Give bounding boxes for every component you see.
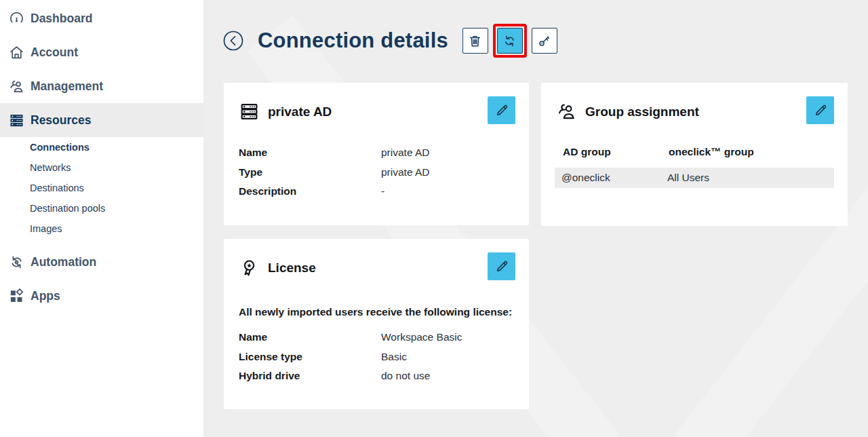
page-header: Connection details xyxy=(203,0,868,59)
table-cell: All Users xyxy=(667,172,709,184)
automation-icon xyxy=(8,254,24,270)
toolbar xyxy=(462,24,557,58)
page-title: Connection details xyxy=(258,28,448,53)
field-label: Name xyxy=(239,331,381,343)
column-header: AD group xyxy=(563,146,669,158)
table-row: @oneclick All Users xyxy=(555,168,834,188)
card-header: private AD xyxy=(239,98,514,126)
table-cell: @oneclick xyxy=(561,172,667,184)
sidebar-subitem-images[interactable]: Images xyxy=(0,218,203,239)
sidebar-item-automation[interactable]: Automation xyxy=(0,245,203,279)
delete-button[interactable] xyxy=(462,28,488,54)
field-value: private AD xyxy=(381,166,430,178)
group-table: AD group oneclick™ group @oneclick All U… xyxy=(556,146,833,188)
sidebar-item-resources[interactable]: Resources xyxy=(0,103,203,137)
gauge-icon xyxy=(8,10,24,26)
sidebar-item-label: Resources xyxy=(31,113,92,128)
users-icon xyxy=(556,102,576,122)
card-header: License xyxy=(239,254,514,282)
field-row: Description - xyxy=(239,185,514,197)
sidebar-subitem-destinations[interactable]: Destinations xyxy=(0,178,203,198)
field-label: Type xyxy=(239,166,381,178)
sync-button[interactable] xyxy=(497,28,523,54)
sidebar-subitem-networks[interactable]: Networks xyxy=(0,157,203,178)
key-icon xyxy=(537,34,551,48)
users-icon xyxy=(8,78,24,94)
key-button[interactable] xyxy=(532,28,557,54)
field-row: License type Basic xyxy=(239,351,514,363)
resources-submenu: Connections Networks Destinations Destin… xyxy=(0,137,203,239)
sidebar: Dashboard Account Management xyxy=(0,0,203,437)
connection-card: private AD Name private AD Type private xyxy=(224,83,529,225)
edit-group-assignment-button[interactable] xyxy=(806,96,834,124)
cards-grid: private AD Name private AD Type private xyxy=(203,83,868,409)
table-header-row: AD group oneclick™ group xyxy=(556,146,833,158)
sidebar-item-label: Automation xyxy=(31,255,96,269)
sidebar-item-account[interactable]: Account xyxy=(0,35,203,69)
sidebar-item-label: Dashboard xyxy=(31,12,92,26)
field-row: Type private AD xyxy=(239,166,514,178)
field-value: Basic xyxy=(381,351,407,363)
license-card: License All newly imported users receive… xyxy=(224,239,529,409)
field-value: - xyxy=(381,185,384,197)
field-label: Description xyxy=(239,185,381,197)
sync-icon xyxy=(502,34,517,48)
apps-icon xyxy=(8,288,24,304)
field-value: Workspace Basic xyxy=(381,331,462,343)
servers-icon xyxy=(239,102,259,122)
license-intro-text: All newly imported users receive the fol… xyxy=(239,306,514,318)
highlight-box xyxy=(493,24,527,58)
card-header: Group assignment xyxy=(556,98,833,126)
chevron-left-circle-icon xyxy=(222,29,245,52)
sidebar-item-apps[interactable]: Apps xyxy=(0,279,203,313)
pencil-icon xyxy=(494,103,509,118)
subitem-label: Destinations xyxy=(30,183,84,193)
column-header: oneclick™ group xyxy=(669,146,754,158)
servers-icon xyxy=(8,112,24,128)
trash-icon xyxy=(468,34,482,48)
field-value: private AD xyxy=(381,147,430,159)
card-title: License xyxy=(268,261,316,276)
field-label: Hybrid drive xyxy=(239,370,381,382)
sidebar-subitem-destination-pools[interactable]: Destination pools xyxy=(0,198,203,218)
sidebar-item-label: Management xyxy=(31,79,103,94)
group-assignment-card: Group assignment AD group oneclick™ grou… xyxy=(541,83,848,226)
field-label: License type xyxy=(239,351,381,363)
card-title: private AD xyxy=(268,104,332,119)
edit-license-button[interactable] xyxy=(488,252,515,280)
sidebar-item-label: Account xyxy=(31,45,78,60)
divider xyxy=(0,239,203,245)
subitem-label: Networks xyxy=(30,162,71,173)
subitem-label: Destination pools xyxy=(30,203,105,214)
sidebar-item-label: Apps xyxy=(31,289,60,303)
award-icon xyxy=(239,258,259,278)
field-list: Name Workspace Basic License type Basic … xyxy=(239,331,514,382)
field-row: Name Workspace Basic xyxy=(239,331,514,343)
sidebar-item-dashboard[interactable]: Dashboard xyxy=(0,1,203,35)
subitem-label: Images xyxy=(30,223,62,234)
card-title: Group assignment xyxy=(585,104,699,119)
field-row: Name private AD xyxy=(239,147,514,159)
pencil-icon xyxy=(813,103,828,118)
main-content: Connection details xyxy=(203,0,868,437)
field-label: Name xyxy=(239,147,381,159)
back-button[interactable] xyxy=(222,29,245,52)
field-value: do not use xyxy=(381,370,430,382)
home-icon xyxy=(8,44,24,60)
subitem-label: Connections xyxy=(30,142,90,153)
sidebar-subitem-connections[interactable]: Connections xyxy=(0,137,203,157)
pencil-icon xyxy=(494,259,509,274)
field-row: Hybrid drive do not use xyxy=(239,370,514,382)
field-list: Name private AD Type private AD Descript… xyxy=(239,147,514,197)
edit-connection-button[interactable] xyxy=(488,96,515,124)
sidebar-item-management[interactable]: Management xyxy=(0,69,203,103)
